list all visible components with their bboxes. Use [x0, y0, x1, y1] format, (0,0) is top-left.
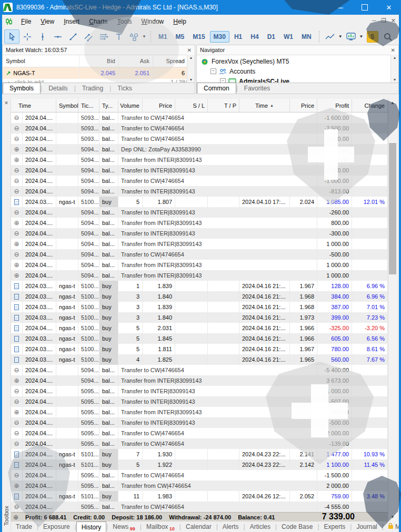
- history-scrollbar[interactable]: ▲ ▼: [388, 99, 397, 521]
- history-row[interactable]: 2024.03....ngas-t5100...buy31.8402024.04…: [11, 312, 388, 323]
- history-row[interactable]: ⊕2024.04....5094...bal...Transfer from I…: [11, 260, 388, 270]
- history-column-4[interactable]: Volume: [118, 99, 143, 112]
- history-row[interactable]: 2024.03....ngas-t5100...buy51.8112024.04…: [11, 344, 388, 354]
- history-row[interactable]: ⊖2024.04....5094...bal...Transfer to INT…: [11, 165, 388, 176]
- close-icon[interactable]: ✕: [391, 47, 395, 53]
- navigator-item-forexvox-seychelles-mt5[interactable]: ForexVox (Seychelles) MT5: [197, 56, 398, 66]
- toolbox-tab-experts[interactable]: Experts: [319, 521, 350, 532]
- history-column-8[interactable]: Time▲: [239, 99, 290, 112]
- history-row[interactable]: ⊖2024.04....5094...bal...Transfer to CW|…: [11, 176, 388, 186]
- history-row[interactable]: ⊖2024.04....5094...bal...Transfer to INT…: [11, 207, 388, 218]
- chart-profile-icon[interactable]: [5, 18, 13, 25]
- timeframe-h1-button[interactable]: H1: [230, 31, 246, 43]
- navigator-item-accounts[interactable]: −Accounts: [197, 66, 398, 76]
- history-column-11[interactable]: Change: [352, 99, 388, 112]
- chart-type-button[interactable]: [323, 29, 338, 44]
- history-row[interactable]: ⊖2024.04....5095...bal...Transfer to INT…: [11, 396, 388, 407]
- menu-item-view[interactable]: View: [36, 16, 59, 27]
- timeframe-d1-button[interactable]: D1: [264, 31, 279, 43]
- shapes-tool-button[interactable]: [126, 29, 142, 44]
- trendline-tool-button[interactable]: [65, 29, 81, 44]
- toolbox-tab-journal[interactable]: Journal: [352, 521, 382, 532]
- scrollbar-thumb[interactable]: [389, 143, 396, 274]
- tab-ticks[interactable]: Ticks: [111, 83, 138, 94]
- history-row[interactable]: ⊖2024.04....5093...bal...Transfer to CW|…: [11, 123, 388, 134]
- toolbox-tab-mailbox[interactable]: Mailbox 10: [142, 521, 179, 532]
- timeframe-m30-button[interactable]: M30: [210, 31, 229, 43]
- history-row[interactable]: ⊖2024.04....5095...bal...Transfer to INT…: [11, 417, 388, 428]
- timeframe-m1-button[interactable]: M1: [155, 31, 171, 43]
- history-row[interactable]: 2024.04....ngas-t5101...buy51.9222024.04…: [11, 459, 388, 470]
- history-column-9[interactable]: Price: [290, 99, 317, 112]
- menu-item-tools[interactable]: Tools: [113, 16, 137, 27]
- crosshair-tool-button[interactable]: [19, 29, 35, 44]
- timeframe-m15-button[interactable]: M15: [189, 31, 208, 43]
- equidistant-lines-tool-button[interactable]: [96, 29, 111, 44]
- text-tool-button[interactable]: [111, 29, 126, 44]
- history-row[interactable]: 2024.03....ngas-t5100...buy31.8392024.04…: [11, 302, 388, 312]
- scroll-up-icon[interactable]: ▲: [388, 100, 397, 105]
- history-row[interactable]: ⊕2024.04....5094...bal...Transfer from I…: [11, 155, 388, 165]
- tab-trading[interactable]: Trading: [76, 83, 109, 94]
- toolbox-tab-alerts[interactable]: Alerts: [218, 521, 244, 532]
- dropdown-arrow-icon[interactable]: ▼: [338, 34, 343, 39]
- toolbox-tab-marke[interactable]: Marke: [384, 521, 399, 532]
- history-row[interactable]: ⊖2024.04....5094...bal...Transfer to INT…: [11, 186, 388, 197]
- mw-column-ask[interactable]: Ask: [119, 55, 153, 67]
- history-row[interactable]: ⊖2024.04....5094...bal...Transfer to CW|…: [11, 365, 388, 375]
- toolbox-tab-code-base[interactable]: Code Base: [277, 521, 317, 532]
- toolbox-tab-exposure[interactable]: Exposure: [38, 521, 75, 532]
- market-watch-scrollbar[interactable]: ▲ ▼: [187, 55, 195, 83]
- market-watch-row[interactable]: ↗NGAS-T2.0452.0516: [3, 67, 195, 79]
- history-row[interactable]: ⊖2024.04....5095...bal...Transfer to INT…: [11, 386, 388, 396]
- history-row[interactable]: ⊖2024.04....5095...bal...Transfer to CW|…: [11, 428, 388, 438]
- history-row[interactable]: ⊖2024.04....5095...bal...Transfer to CW|…: [11, 470, 388, 480]
- history-row[interactable]: ⊕2024.04....5095...bal...Transfer from C…: [11, 480, 388, 491]
- channel-tool-button[interactable]: [81, 29, 96, 44]
- expand-summary-icon[interactable]: ⊕: [13, 514, 18, 521]
- history-column-10[interactable]: Profit: [317, 99, 352, 112]
- menu-item-insert[interactable]: Insert: [59, 16, 84, 27]
- maximize-button[interactable]: [353, 0, 377, 15]
- dropdown-arrow-icon[interactable]: ▼: [142, 34, 146, 39]
- timeframe-m5-button[interactable]: M5: [172, 31, 188, 43]
- menu-item-file[interactable]: File: [16, 16, 36, 27]
- dropdown-arrow-icon[interactable]: ▼: [359, 34, 364, 39]
- history-column-1[interactable]: Symbol: [56, 99, 78, 112]
- toolbox-close-icon[interactable]: ✕: [2, 99, 11, 106]
- tab-common[interactable]: Common: [197, 83, 236, 94]
- search-button[interactable]: [380, 29, 396, 44]
- toolbox-tab-calendar[interactable]: Calendar: [181, 521, 216, 532]
- timeframe-mn-button[interactable]: MN: [298, 31, 315, 43]
- toolbox-tab-history[interactable]: History: [76, 521, 106, 532]
- toolbox-tab-trade[interactable]: Trade: [11, 521, 37, 532]
- history-row[interactable]: ⊕2024.04....5095...bal...Transfer from I…: [11, 407, 388, 417]
- history-column-2[interactable]: Tic...: [78, 99, 99, 112]
- minimize-button[interactable]: ─: [328, 0, 353, 15]
- history-row[interactable]: ⊕2024.04....5094...bal...Dep ONL: ZotaPa…: [11, 144, 388, 155]
- history-row[interactable]: ⊕2024.04....5094...bal...Transfer from I…: [11, 218, 388, 228]
- tab-favorites[interactable]: Favorites: [238, 83, 276, 94]
- timeframe-w1-button[interactable]: W1: [280, 31, 297, 43]
- scroll-down-icon[interactable]: ▼: [388, 515, 397, 519]
- toolbox-tab-articles[interactable]: Articles: [245, 521, 275, 532]
- mdi-minimize-icon[interactable]: ─: [372, 18, 376, 24]
- history-row[interactable]: ⊕2024.04....5094...bal...Transfer from I…: [11, 375, 388, 386]
- quotes-button[interactable]: $: [367, 31, 378, 43]
- mdi-restore-icon[interactable]: ❐: [381, 18, 386, 24]
- history-row[interactable]: 2024.04....ngas-t5101...buy71.9302024.04…: [11, 449, 388, 459]
- mw-column-symbol[interactable]: Symbol: [3, 55, 79, 67]
- history-row[interactable]: 2024.03....ngas-t5100...buy51.8452024.04…: [11, 333, 388, 344]
- scroll-up-icon[interactable]: ▲: [187, 55, 195, 61]
- history-row[interactable]: ⊖2024.04....5094...bal...Transfer to CW|…: [11, 249, 388, 260]
- close-icon[interactable]: ✕: [187, 47, 192, 53]
- menu-item-charts[interactable]: Charts: [84, 16, 112, 27]
- mw-column-spread[interactable]: Spread: [153, 55, 188, 67]
- history-column-7[interactable]: T / P: [208, 99, 239, 112]
- history-row[interactable]: 2024.03....ngas-t5100...buy31.8402024.04…: [11, 291, 388, 302]
- horizontal-line-tool-button[interactable]: [50, 29, 65, 44]
- history-row[interactable]: ⊖2024.04....5095...bal...Transfer to CW|…: [11, 438, 388, 449]
- history-row[interactable]: ⊖2024.04....5093...bal...Transfer to CW|…: [11, 134, 388, 144]
- history-row[interactable]: 2024.04....ngas-t5100...buy52.0312024.04…: [11, 323, 388, 333]
- vertical-line-tool-button[interactable]: [35, 29, 50, 44]
